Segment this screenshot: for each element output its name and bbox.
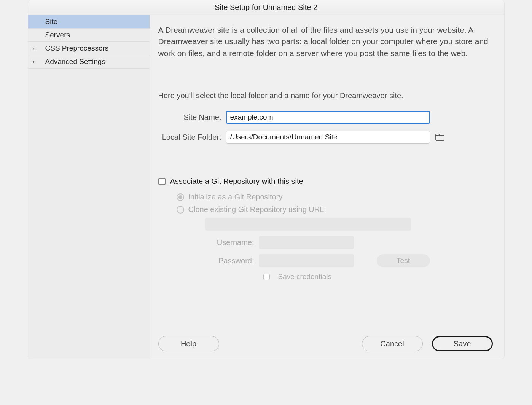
sidebar-item-label: Site [45, 18, 58, 26]
git-save-creds-row: Save credentials [263, 273, 493, 281]
git-save-creds-label: Save credentials [278, 273, 331, 281]
local-folder-row: Local Site Folder: [158, 131, 493, 144]
git-clone-label: Clone existing Git Repository using URL: [188, 205, 326, 214]
help-button[interactable]: Help [158, 336, 219, 351]
sidebar-item-label: Advanced Settings [45, 57, 105, 66]
local-folder-label: Local Site Folder: [158, 133, 226, 142]
git-associate-checkbox[interactable] [158, 178, 166, 185]
git-init-label: Initialize as a Git Repository [188, 193, 283, 201]
git-associate-label: Associate a Git Repository with this sit… [170, 177, 303, 186]
site-description: A Dreamweaver site is a collection of al… [158, 24, 493, 59]
site-name-row: Site Name: [158, 111, 493, 124]
git-test-button[interactable]: Test [377, 254, 430, 267]
git-section: Associate a Git Repository with this sit… [158, 177, 493, 281]
dialog-footer: Help Cancel Save [158, 328, 493, 351]
git-radio-group: Initialize as a Git Repository Clone exi… [177, 193, 493, 281]
git-save-creds-checkbox[interactable] [263, 274, 270, 280]
sidebar-item-servers[interactable]: Servers [28, 29, 150, 42]
chevron-right-icon: › [33, 58, 35, 65]
sidebar-item-site[interactable]: Site [28, 15, 150, 29]
git-clone-radio[interactable] [177, 206, 184, 214]
sidebar: Site Servers › CSS Preprocessors › Advan… [28, 15, 150, 359]
folder-icon [435, 133, 444, 141]
sidebar-item-css-preprocessors[interactable]: › CSS Preprocessors [28, 42, 150, 55]
chevron-right-icon: › [33, 45, 35, 52]
save-button[interactable]: Save [432, 336, 493, 351]
git-username-input[interactable] [259, 236, 354, 249]
main-panel: A Dreamweaver site is a collection of al… [150, 15, 504, 359]
git-username-label: Username: [177, 238, 259, 247]
sidebar-item-label: CSS Preprocessors [45, 44, 109, 53]
site-name-label: Site Name: [158, 113, 226, 122]
git-username-row: Username: [177, 236, 493, 249]
cancel-button[interactable]: Cancel [362, 336, 423, 351]
git-clone-row: Clone existing Git Repository using URL: [177, 205, 493, 214]
browse-folder-button[interactable] [435, 132, 445, 142]
local-folder-input[interactable] [226, 131, 430, 144]
git-password-label: Password: [177, 257, 259, 265]
site-setup-window: Site Setup for Unnamed Site 2 Site Serve… [28, 0, 504, 359]
git-init-row: Initialize as a Git Repository [177, 193, 493, 201]
svg-rect-0 [436, 135, 444, 140]
git-url-input[interactable] [205, 218, 411, 231]
window-titlebar: Site Setup for Unnamed Site 2 [28, 0, 504, 15]
site-subdescription: Here you'll select the local folder and … [158, 91, 493, 100]
window-content: Site Servers › CSS Preprocessors › Advan… [28, 15, 504, 359]
site-name-input[interactable] [226, 111, 430, 124]
git-password-row: Password: Test [177, 254, 493, 267]
git-associate-row: Associate a Git Repository with this sit… [158, 177, 493, 186]
sidebar-item-advanced-settings[interactable]: › Advanced Settings [28, 55, 150, 69]
git-init-radio[interactable] [177, 193, 184, 201]
window-title: Site Setup for Unnamed Site 2 [215, 3, 317, 12]
sidebar-item-label: Servers [45, 31, 70, 39]
git-password-input[interactable] [259, 254, 354, 267]
